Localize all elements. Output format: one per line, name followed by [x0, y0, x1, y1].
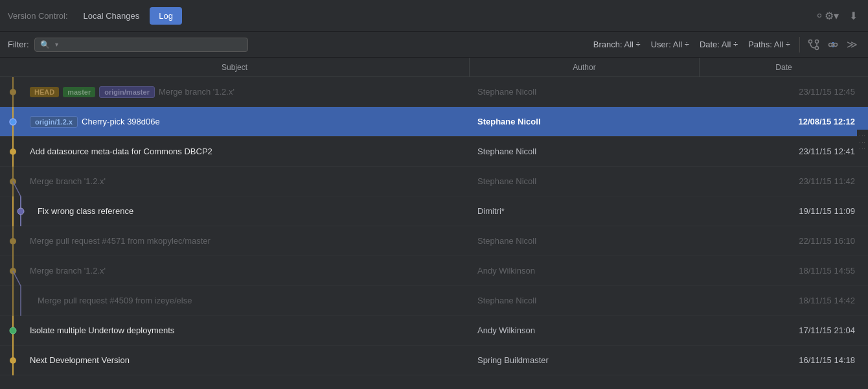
filter-label: Filter:	[8, 40, 29, 49]
table-row[interactable]: Add datasource meta-data for Commons DBC…	[0, 137, 868, 167]
date-cell: 23/11/15 11:42	[700, 176, 868, 186]
more-button[interactable]: ≫	[844, 36, 860, 53]
search-dropdown-arrow: ▾	[55, 41, 58, 48]
commit-subject: Add datasource meta-data for Commons DBC…	[30, 147, 212, 156]
arrow-toggle-button[interactable]	[825, 36, 841, 53]
branch-filter[interactable]: Branch: All ÷	[589, 37, 645, 52]
subject-cell: Fix wrong class reference	[0, 196, 470, 226]
date-cell: 12/08/15 12:12	[700, 117, 868, 126]
svg-line-14	[13, 182, 21, 196]
tab-log[interactable]: Log	[150, 7, 182, 25]
author-cell: Dimitri*	[470, 206, 700, 216]
user-filter[interactable]: User: All ÷	[647, 37, 693, 52]
svg-point-26	[10, 327, 16, 334]
tag-origin-12x: origin/1.2.x	[30, 116, 78, 128]
header-date: Date	[700, 58, 868, 77]
table-row[interactable]: Merge pull request #4571 from mkopylec/m…	[0, 226, 868, 256]
subject-cell: Merge branch '1.2.x'	[0, 256, 470, 285]
svg-point-9	[10, 119, 16, 125]
filter-divider	[799, 37, 800, 53]
top-bar-actions: ⚙▾ ⬇	[812, 7, 860, 25]
header-subject: Subject	[0, 58, 470, 77]
table-row[interactable]: Next Development Version Spring Buildmas…	[0, 346, 868, 375]
commit-subject: Merge branch '1.2.x'	[30, 266, 106, 276]
table-header: Subject Author Date	[0, 58, 868, 77]
commit-subject: Merge branch '1.2.x'	[159, 87, 234, 97]
commit-subject: Next Development Version	[30, 355, 130, 365]
subject-cell: Merge pull request #4509 from izeye/else	[0, 286, 470, 315]
subject-cell: HEAD master origin/master Merge branch '…	[0, 77, 470, 106]
date-cell: 17/11/15 21:04	[700, 325, 868, 335]
date-filter[interactable]: Date: All ÷	[696, 37, 742, 52]
subject-cell: Next Development Version	[0, 346, 470, 375]
svg-point-0	[809, 40, 812, 43]
author-cell: Stephane Nicoll	[470, 236, 700, 246]
commit-subject: Isolate multiple Undertow deployments	[30, 325, 174, 335]
svg-point-3	[829, 43, 832, 46]
svg-line-22	[13, 271, 21, 286]
table-body: HEAD master origin/master Merge branch '…	[0, 77, 868, 375]
search-icon: 🔍	[40, 40, 50, 49]
svg-point-13	[10, 178, 16, 185]
svg-point-11	[10, 148, 16, 155]
svg-point-28	[10, 357, 16, 364]
svg-point-2	[816, 40, 819, 43]
svg-point-4	[834, 43, 838, 46]
download-button[interactable]: ⬇	[847, 7, 860, 25]
filter-bar: Filter: 🔍 ▾ Branch: All ÷ User: All ÷ Da…	[0, 32, 868, 58]
svg-point-17	[17, 208, 24, 215]
commit-subject: Merge branch '1.2.x'	[30, 176, 106, 186]
tag-master: master	[63, 87, 95, 97]
settings-button[interactable]: ⚙▾	[812, 7, 841, 25]
filter-dropdowns: Branch: All ÷ User: All ÷ Date: All ÷ Pa…	[589, 36, 860, 53]
author-cell: Stephane Nicoll	[470, 176, 700, 186]
author-cell: Stephane Nicoll	[470, 296, 700, 305]
tag-origin-master: origin/master	[99, 86, 155, 98]
commit-subject: Merge pull request #4571 from mkopylec/m…	[30, 236, 211, 246]
paths-filter[interactable]: Paths: All ÷	[744, 37, 794, 52]
table-row[interactable]: Merge branch '1.2.x' Andy Wilkinson 18/1…	[0, 256, 868, 286]
author-cell: Andy Wilkinson	[470, 266, 700, 276]
tab-local-changes[interactable]: Local Changes	[74, 7, 149, 25]
table-row[interactable]: Merge pull request #4509 from izeye/else…	[0, 286, 868, 316]
date-cell: 16/11/15 14:18	[700, 355, 868, 365]
commit-subject: Merge pull request #4509 from izeye/else	[38, 296, 192, 305]
table-row[interactable]: Merge branch '1.2.x' Stephane Nicoll 23/…	[0, 167, 868, 196]
date-cell: 19/11/15 11:09	[700, 206, 868, 216]
date-cell: 22/11/15 16:10	[700, 236, 868, 246]
subject-cell: Merge pull request #4571 from mkopylec/m…	[0, 226, 470, 255]
table-row[interactable]: HEAD master origin/master Merge branch '…	[0, 77, 868, 107]
version-control-label: Version Control:	[8, 11, 68, 21]
svg-point-21	[10, 268, 16, 274]
table-row[interactable]: origin/1.2.x Cherry-pick 398d06e Stephan…	[0, 107, 868, 137]
subject-cell: origin/1.2.x Cherry-pick 398d06e	[0, 107, 470, 136]
svg-point-6	[10, 89, 16, 95]
date-cell: 18/11/15 14:55	[700, 266, 868, 276]
author-cell: Stephane Nicoll	[470, 117, 700, 126]
author-cell: Stephane Nicoll	[470, 147, 700, 156]
commit-subject: Cherry-pick 398d06e	[82, 117, 160, 126]
subject-cell: Add datasource meta-data for Commons DBC…	[0, 137, 470, 166]
table-row[interactable]: Fix wrong class reference Dimitri* 19/11…	[0, 196, 868, 226]
author-cell: Stephane Nicoll	[470, 87, 700, 97]
author-cell: Spring Buildmaster	[470, 355, 700, 365]
subject-cell: Merge branch '1.2.x'	[0, 167, 470, 196]
date-cell: 23/11/15 12:41	[700, 147, 868, 156]
date-cell: 18/11/15 14:42	[700, 296, 868, 305]
svg-point-1	[816, 46, 819, 49]
table-row[interactable]: Isolate multiple Undertow deployments An…	[0, 316, 868, 346]
tag-head: HEAD	[30, 87, 59, 97]
author-cell: Andy Wilkinson	[470, 325, 700, 335]
svg-point-19	[10, 238, 16, 244]
search-box[interactable]: 🔍 ▾	[34, 38, 248, 52]
header-author: Author	[470, 58, 700, 77]
date-cell: 23/11/15 12:45	[700, 87, 868, 97]
commit-subject: Fix wrong class reference	[38, 206, 133, 216]
top-bar: Version Control: Local Changes Log ⚙▾ ⬇	[0, 0, 868, 32]
merge-toggle-button[interactable]	[805, 36, 822, 53]
subject-cell: Isolate multiple Undertow deployments	[0, 316, 470, 345]
